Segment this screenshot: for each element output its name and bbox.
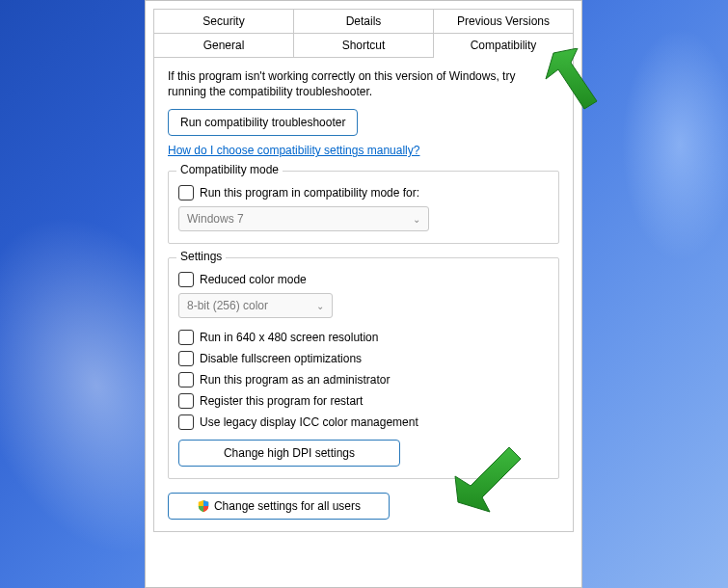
compat-mode-label: Run this program in compatibility mode f… — [200, 186, 419, 200]
tabs-container: Security Details Previous Versions Gener… — [146, 1, 581, 532]
disable-fullscreen-checkbox[interactable] — [178, 351, 194, 366]
disable-fullscreen-label: Disable fullscreen optimizations — [200, 352, 362, 365]
settings-title: Settings — [176, 250, 226, 263]
change-all-users-button[interactable]: Change settings for all users — [168, 493, 390, 520]
compat-mode-select-value: Windows 7 — [187, 212, 244, 226]
tab-general[interactable]: General — [153, 33, 294, 58]
properties-dialog: Security Details Previous Versions Gener… — [145, 0, 582, 588]
compat-mode-title: Compatibility mode — [176, 163, 283, 176]
help-link[interactable]: How do I choose compatibility settings m… — [168, 144, 419, 157]
settings-group: Settings Reduced color mode 8-bit (256) … — [168, 257, 559, 479]
tab-content: If this program isn't working correctly … — [153, 57, 574, 532]
change-all-users-label: Change settings for all users — [214, 499, 361, 513]
compat-mode-checkbox[interactable] — [178, 185, 194, 200]
tab-compatibility[interactable]: Compatibility — [434, 33, 574, 58]
run-troubleshooter-button[interactable]: Run compatibility troubleshooter — [168, 109, 358, 136]
compat-mode-group: Compatibility mode Run this program in c… — [168, 171, 559, 244]
reduced-color-checkbox[interactable] — [178, 272, 194, 287]
reduced-color-label: Reduced color mode — [200, 273, 307, 286]
tab-details[interactable]: Details — [294, 9, 434, 33]
chevron-down-icon: ⌄ — [413, 214, 420, 225]
shield-icon — [197, 499, 210, 513]
register-restart-checkbox[interactable] — [178, 393, 194, 409]
legacy-icc-checkbox[interactable] — [178, 414, 194, 430]
intro-text: If this program isn't working correctly … — [168, 68, 559, 99]
compat-mode-select[interactable]: Windows 7 ⌄ — [178, 206, 429, 231]
legacy-icc-label: Use legacy display ICC color management — [200, 415, 418, 429]
tab-previous-versions[interactable]: Previous Versions — [434, 9, 574, 33]
tab-security[interactable]: Security — [153, 9, 294, 33]
change-dpi-button[interactable]: Change high DPI settings — [178, 440, 400, 467]
tab-shortcut[interactable]: Shortcut — [294, 33, 434, 58]
tab-row-back: Security Details Previous Versions — [153, 9, 574, 33]
color-depth-select[interactable]: 8-bit (256) color ⌄ — [178, 293, 333, 318]
color-depth-value: 8-bit (256) color — [187, 299, 268, 312]
run-admin-checkbox[interactable] — [178, 372, 194, 388]
run-640-label: Run in 640 x 480 screen resolution — [200, 331, 378, 344]
run-640-checkbox[interactable] — [178, 330, 194, 345]
register-restart-label: Register this program for restart — [200, 394, 363, 408]
run-admin-label: Run this program as an administrator — [200, 373, 390, 387]
chevron-down-icon: ⌄ — [316, 301, 324, 311]
tab-row-front: General Shortcut Compatibility — [153, 33, 574, 58]
